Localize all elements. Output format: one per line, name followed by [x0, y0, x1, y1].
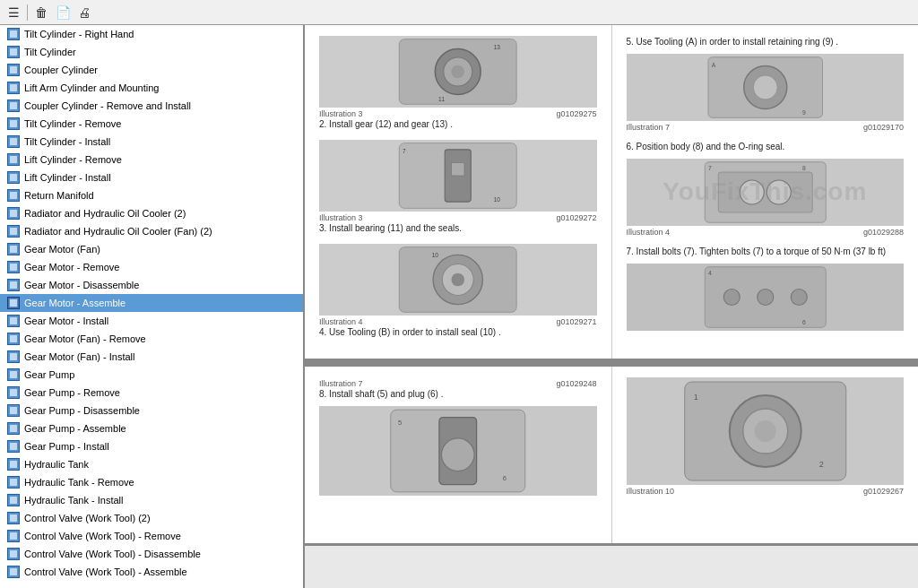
- svg-text:13: 13: [494, 44, 501, 50]
- sidebar-item-2[interactable]: Coupler Cylinder: [0, 61, 303, 79]
- sidebar: Tilt Cylinder - Right HandTilt CylinderC…: [0, 25, 305, 588]
- step-text-left1-1: 3. Install bearing (11) and the seals.: [319, 222, 597, 235]
- sidebar-item-11[interactable]: Radiator and Hydraulic Oil Cooler (Fan) …: [0, 222, 303, 240]
- illus-block-left1-0: 13 11 Illustration 3g010292752. Install …: [319, 36, 597, 131]
- step-text-right1-0: 5. Use Tooling (A) in order to install r…: [627, 36, 905, 48]
- sidebar-item-13[interactable]: Gear Motor - Remove: [0, 258, 303, 276]
- caption-id: g01029248: [556, 379, 596, 388]
- page-icon-19: [7, 368, 20, 381]
- sidebar-list[interactable]: Tilt Cylinder - Right HandTilt CylinderC…: [0, 25, 303, 588]
- sidebar-item-label-14: Gear Motor - Disassemble: [24, 280, 139, 290]
- sidebar-item-20[interactable]: Gear Pump - Remove: [0, 384, 303, 402]
- page-icon-24: [7, 458, 20, 471]
- illus-block-right1-2: 7. Install bolts (7). Tighten bolts (7) …: [627, 246, 905, 333]
- page-icon-6: [7, 135, 20, 148]
- sidebar-item-15[interactable]: Gear Motor - Assemble: [0, 294, 303, 312]
- illus-block-left1-1: 7 10 Illustration 3g010292723. Install b…: [319, 140, 597, 235]
- caption-label: Illustration 10: [627, 487, 675, 496]
- menu-icon[interactable]: ☰: [4, 3, 23, 22]
- illus-caption-right2-0: Illustration 10g01029267: [627, 487, 905, 496]
- sidebar-item-10[interactable]: Radiator and Hydraulic Oil Cooler (2): [0, 204, 303, 222]
- page-icon-8: [7, 171, 20, 184]
- caption-label: Illustration 3: [319, 109, 363, 118]
- sidebar-item-3[interactable]: Lift Arm Cylinder and Mounting: [0, 79, 303, 97]
- svg-text:7: 7: [403, 148, 406, 154]
- sidebar-item-label-22: Gear Pump - Assemble: [24, 423, 126, 434]
- page-icon-23: [7, 440, 20, 453]
- sidebar-item-29[interactable]: Control Valve (Work Tool) - Disassemble: [0, 545, 303, 563]
- step-text-left1-0: 2. Install gear (12) and gear (13) .: [319, 118, 597, 131]
- page-icon-28: [7, 530, 20, 542]
- page-icon-27: [7, 512, 20, 524]
- sidebar-item-26[interactable]: Hydraulic Tank - Install: [0, 491, 303, 509]
- sidebar-item-21[interactable]: Gear Pump - Disassemble: [0, 402, 303, 419]
- sidebar-item-6[interactable]: Tilt Cylinder - Install: [0, 133, 303, 151]
- sidebar-item-label-19: Gear Pump: [24, 369, 74, 380]
- sidebar-item-7[interactable]: Lift Cylinder - Remove: [0, 151, 303, 169]
- illus-caption-left1-2: Illustration 4g01029271: [319, 317, 597, 326]
- copy-icon[interactable]: 📄: [53, 3, 73, 22]
- sidebar-item-0[interactable]: Tilt Cylinder - Right Hand: [0, 25, 303, 43]
- content-area[interactable]: 13 11 Illustration 3g010292752. Install …: [305, 25, 918, 588]
- illus-caption-left1-0: Illustration 3g01029275: [319, 109, 597, 118]
- caption-id: g01029267: [863, 487, 904, 496]
- page-icon-4: [7, 99, 20, 112]
- page-col-right-1: YouFixThis.com5. Use Tooling (A) in orde…: [612, 25, 919, 359]
- delete-icon[interactable]: 🗑: [31, 3, 51, 22]
- sidebar-item-19[interactable]: Gear Pump: [0, 366, 303, 384]
- page-icon-22: [7, 422, 20, 435]
- page-col-left-2: Illustration 7g010292488. Install shaft …: [305, 367, 612, 543]
- sidebar-item-18[interactable]: Gear Motor (Fan) - Install: [0, 348, 303, 366]
- step-text-right1-1: 6. Position body (8) and the O-ring seal…: [627, 141, 905, 153]
- sidebar-item-5[interactable]: Tilt Cylinder - Remove: [0, 115, 303, 133]
- step-text-left1-2: 4. Use Tooling (B) in order to install s…: [319, 326, 597, 339]
- sidebar-item-label-26: Hydraulic Tank - Install: [24, 495, 123, 506]
- sidebar-item-30[interactable]: Control Valve (Work Tool) - Assemble: [0, 563, 303, 581]
- sidebar-item-27[interactable]: Control Valve (Work Tool) (2): [0, 509, 303, 527]
- sidebar-item-label-8: Lift Cylinder - Install: [24, 172, 111, 183]
- sidebar-item-label-5: Tilt Cylinder - Remove: [24, 118, 121, 129]
- sidebar-item-label-18: Gear Motor (Fan) - Install: [24, 351, 134, 362]
- sidebar-item-16[interactable]: Gear Motor - Install: [0, 312, 303, 330]
- sidebar-item-22[interactable]: Gear Pump - Assemble: [0, 419, 303, 437]
- sidebar-item-24[interactable]: Hydraulic Tank: [0, 455, 303, 473]
- sidebar-item-label-10: Radiator and Hydraulic Oil Cooler (2): [24, 208, 186, 219]
- sidebar-item-28[interactable]: Control Valve (Work Tool) - Remove: [0, 527, 303, 545]
- svg-text:5: 5: [398, 419, 402, 427]
- illus-caption-left1-1: Illustration 3g01029272: [319, 213, 597, 222]
- illus-block-left2-0: Illustration 7g010292488. Install shaft …: [319, 379, 597, 496]
- sidebar-item-label-30: Control Valve (Work Tool) - Assemble: [24, 566, 187, 577]
- svg-point-30: [791, 290, 807, 306]
- sidebar-item-label-24: Hydraulic Tank: [24, 459, 89, 470]
- page-icon-1: [7, 46, 20, 58]
- svg-point-35: [441, 438, 474, 471]
- sidebar-item-label-21: Gear Pump - Disassemble: [24, 405, 140, 416]
- page-icon-13: [7, 261, 20, 273]
- sidebar-item-9[interactable]: Return Manifold: [0, 186, 303, 204]
- sidebar-item-1[interactable]: Tilt Cylinder: [0, 43, 303, 61]
- sidebar-item-label-29: Control Valve (Work Tool) - Disassemble: [24, 549, 201, 559]
- caption-label: Illustration 3: [319, 213, 363, 222]
- caption-label: Illustration 4: [319, 317, 363, 326]
- illus-block-right2-0: 1 2 Illustration 10g01029267: [627, 377, 905, 496]
- page-icon-9: [7, 189, 20, 202]
- sidebar-item-4[interactable]: Coupler Cylinder - Remove and Install: [0, 97, 303, 115]
- sidebar-item-8[interactable]: Lift Cylinder - Install: [0, 169, 303, 186]
- sidebar-item-label-13: Gear Motor - Remove: [24, 262, 119, 272]
- sidebar-item-23[interactable]: Gear Pump - Install: [0, 437, 303, 455]
- illus-caption-right1-1: Illustration 4g01029288: [627, 228, 905, 237]
- sidebar-item-25[interactable]: Hydraulic Tank - Remove: [0, 473, 303, 491]
- sidebar-item-label-20: Gear Pump - Remove: [24, 387, 120, 398]
- page-icon-0: [7, 28, 20, 40]
- page-col-left-1: 13 11 Illustration 3g010292752. Install …: [305, 25, 612, 359]
- illus-block-right1-1: 6. Position body (8) and the O-ring seal…: [627, 141, 905, 237]
- sidebar-item-17[interactable]: Gear Motor (Fan) - Remove: [0, 330, 303, 348]
- sidebar-item-12[interactable]: Gear Motor (Fan): [0, 240, 303, 258]
- svg-point-29: [757, 290, 773, 306]
- sidebar-item-label-17: Gear Motor (Fan) - Remove: [24, 333, 146, 344]
- sidebar-item-label-28: Control Valve (Work Tool) - Remove: [24, 531, 181, 541]
- sidebar-item-label-6: Tilt Cylinder - Install: [24, 136, 110, 147]
- page-icon-16: [7, 315, 20, 327]
- print-icon[interactable]: 🖨: [74, 3, 94, 22]
- sidebar-item-14[interactable]: Gear Motor - Disassemble: [0, 276, 303, 294]
